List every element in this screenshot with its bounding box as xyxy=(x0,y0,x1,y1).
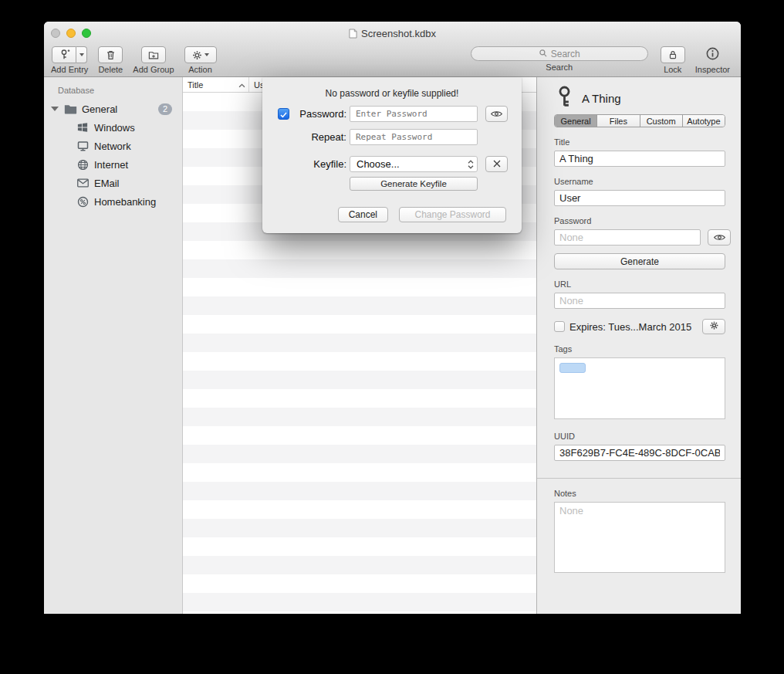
lock-button[interactable] xyxy=(661,46,685,63)
lock-icon xyxy=(667,49,678,61)
column-title-label: Title xyxy=(188,80,203,90)
eye-icon xyxy=(713,231,726,245)
expires-row: Expires: Tues...March 2015 xyxy=(554,319,725,334)
dialog-repeat-label: Repeat: xyxy=(292,131,346,143)
titlebar[interactable]: Screenshot.kdbx xyxy=(44,22,741,45)
entry-row xyxy=(183,334,536,352)
entry-row xyxy=(183,389,536,408)
sidebar-item-internet[interactable]: Internet xyxy=(44,155,182,174)
password-dialog: No password or keyfile supplied! Passwor… xyxy=(262,77,522,233)
entry-title: A Thing xyxy=(582,92,621,105)
lock-label: Lock xyxy=(664,65,681,74)
windows-icon xyxy=(76,121,90,134)
add-group-label: Add Group xyxy=(133,65,174,74)
envelope-icon xyxy=(76,177,90,189)
trash-icon xyxy=(105,49,117,61)
show-dialog-password-button[interactable] xyxy=(485,106,508,122)
toolbar-action: Action xyxy=(184,46,217,74)
sidebar-item-windows[interactable]: Windows xyxy=(44,118,182,137)
entry-row xyxy=(183,241,536,259)
expires-checkbox[interactable] xyxy=(554,321,565,332)
coin-icon xyxy=(76,195,90,208)
clear-keyfile-button[interactable] xyxy=(485,156,508,172)
toolbar-delete: Delete xyxy=(98,46,123,74)
uuid-field[interactable] xyxy=(554,445,725,461)
notes-field[interactable] xyxy=(554,502,725,573)
document-icon xyxy=(349,29,357,39)
column-header-title[interactable]: Title xyxy=(183,77,249,92)
sidebar-item-network[interactable]: Network xyxy=(44,137,182,155)
sidebar-item-email[interactable]: EMail xyxy=(44,174,182,192)
inspector-button[interactable] xyxy=(705,46,720,63)
key-icon xyxy=(554,85,575,111)
search-placeholder: Search xyxy=(551,49,580,59)
tab-files[interactable]: Files xyxy=(597,115,640,127)
username-field[interactable] xyxy=(554,190,725,206)
cancel-button[interactable]: Cancel xyxy=(338,207,388,222)
add-group-button[interactable] xyxy=(141,46,166,63)
entry-row xyxy=(183,352,536,371)
title-field[interactable] xyxy=(554,151,725,167)
password-field[interactable] xyxy=(554,229,701,246)
key-plus-icon xyxy=(58,49,70,61)
generate-keyfile-button[interactable]: Generate Keyfile xyxy=(350,177,478,191)
uuid-label: UUID xyxy=(554,432,725,441)
change-password-button[interactable]: Change Password xyxy=(399,207,506,222)
delete-button[interactable] xyxy=(98,46,123,63)
show-password-button[interactable] xyxy=(708,229,731,246)
network-icon xyxy=(76,140,90,152)
tags-box[interactable] xyxy=(554,357,725,419)
stepper-icon xyxy=(468,159,474,172)
keyfile-popup[interactable]: Choose... xyxy=(350,156,478,172)
expires-settings-button[interactable] xyxy=(702,319,725,334)
tab-custom[interactable]: Custom xyxy=(640,115,683,127)
notes-label: Notes xyxy=(554,489,725,498)
zoom-button[interactable] xyxy=(82,29,91,38)
window-chrome: Screenshot.kdbx Add Entry xyxy=(44,22,741,77)
action-button[interactable] xyxy=(184,46,217,63)
info-icon xyxy=(705,46,720,64)
entry-row xyxy=(183,593,536,611)
dialog-repeat-input[interactable] xyxy=(350,129,478,145)
chevron-down-icon xyxy=(79,53,84,56)
entry-row xyxy=(183,537,536,556)
tab-general[interactable]: General xyxy=(555,115,597,127)
password-checkbox[interactable] xyxy=(278,108,289,120)
toolbar-search: Search Search xyxy=(471,46,648,72)
tag-pill[interactable] xyxy=(559,363,586,373)
entry-row xyxy=(183,426,536,445)
url-field-label: URL xyxy=(554,279,725,289)
tab-autotype[interactable]: Autotype xyxy=(683,115,725,127)
dialog-message: No password or keyfile supplied! xyxy=(262,88,522,99)
dialog-password-input[interactable] xyxy=(350,106,478,122)
dialog-keyfile-row: Keyfile: Choose... xyxy=(278,156,505,172)
gear-icon xyxy=(191,49,203,61)
add-entry-button[interactable] xyxy=(52,46,76,63)
sidebar-item-homebanking[interactable]: Homebanking xyxy=(44,192,182,211)
sidebar-item-label: Windows xyxy=(94,122,135,134)
dialog-password-label: Password: xyxy=(292,108,346,120)
folder-plus-icon xyxy=(147,49,160,61)
sort-ascending-icon xyxy=(238,80,245,90)
dialog-password-row: Password: xyxy=(278,106,505,122)
traffic-lights xyxy=(51,29,91,38)
toolbar: Add Entry Delete xyxy=(44,45,741,77)
password-row xyxy=(554,229,725,246)
sidebar-group-general[interactable]: General 2 xyxy=(44,100,182,118)
disclosure-triangle-icon[interactable] xyxy=(51,107,59,111)
minimize-button[interactable] xyxy=(66,29,76,38)
entry-row xyxy=(183,278,536,296)
dialog-repeat-row: Repeat: xyxy=(278,129,505,145)
inspector-divider xyxy=(537,478,741,479)
x-icon xyxy=(492,157,502,171)
entry-row xyxy=(183,408,536,426)
entry-row xyxy=(183,259,536,278)
title-field-label: Title xyxy=(554,137,725,147)
add-entry-dropdown[interactable] xyxy=(76,46,87,63)
app-window: Screenshot.kdbx Add Entry xyxy=(44,22,741,614)
expires-label: Expires: Tues...March 2015 xyxy=(569,321,698,333)
generate-password-button[interactable]: Generate xyxy=(554,253,725,269)
search-input[interactable]: Search xyxy=(471,46,648,61)
url-field[interactable] xyxy=(554,293,725,309)
close-button[interactable] xyxy=(51,29,60,38)
